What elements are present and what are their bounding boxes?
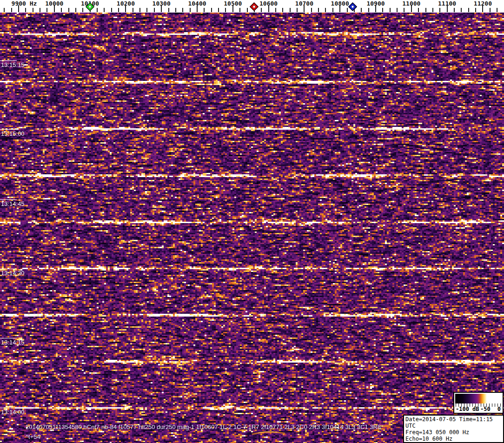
freq-minor-tick [68,8,69,12]
time-axis-label: 13:15:15 [1,61,25,68]
freq-axis-label: 10200 [117,0,135,7]
colorbar-label-max: 0 [497,406,501,412]
frequency-ruler: 9900 Hz100001010010200103001040010500106… [0,0,504,13]
info-echo-line: Echo=10 600 Hz [405,436,502,442]
time-tick [0,60,17,61]
freq-minor-tick [139,8,140,12]
freq-minor-tick [261,8,262,12]
freq-minor-tick [118,8,119,12]
freq-axis-label: 11100 [438,0,456,7]
time-axis-label: 13:14:30 [1,270,25,277]
freq-minor-tick [347,8,348,12]
freq-minor-tick [468,8,469,12]
freq-minor-tick [290,8,291,12]
freq-minor-tick [46,8,47,12]
freq-minor-tick [40,8,40,12]
info-date-line: Date=2014-07-05 Time=11:15 UTC [405,416,502,429]
freq-minor-tick [190,8,191,12]
freq-minor-tick [97,8,98,12]
freq-minor-tick [497,8,497,12]
info-freq-line: Freq=143 050 000 Hz [405,429,502,436]
freq-minor-tick [104,8,105,12]
freq-minor-tick [325,8,326,12]
colorbar-gradient [455,394,502,403]
freq-minor-tick [332,8,333,12]
colorbar-label-mid: -50 [480,406,491,412]
time-axis-label: 13:14:45 [1,200,25,207]
freq-minor-tick [239,8,240,12]
freq-minor-tick [425,8,426,12]
freq-axis-label: 10600 [259,0,278,7]
freq-axis-label: 10700 [295,0,313,7]
time-tick [0,199,17,200]
freq-minor-tick [25,8,26,12]
freq-minor-tick [475,8,476,12]
time-tick [0,129,17,130]
freq-minor-tick [154,8,155,12]
freq-minor-tick [175,8,176,12]
freq-axis-label: 11000 [402,0,420,7]
cursor-readout-text: ^t+54 [26,433,40,440]
freq-minor-tick [390,8,391,12]
freq-minor-tick [168,8,169,12]
freq-axis-label: 10400 [188,0,206,7]
freq-minor-tick [490,8,491,12]
time-axis-label: 13:14:15 [1,339,25,346]
freq-minor-tick [247,8,248,12]
colorbar-legend: -100 dB -50 0 [453,392,504,414]
freq-axis-label: 10800 [331,0,349,7]
freq-axis-label: 10000 [45,0,63,7]
freq-minor-tick [275,8,276,12]
colorbar-label-min: -100 dB [456,406,479,412]
freq-minor-tick [311,8,312,12]
meteor-waterfall-window: 9900 Hz100001010010200103001040010500106… [0,0,504,443]
freq-minor-tick [225,8,226,12]
blue-marker-diamond-icon [348,2,357,11]
time-tick [0,408,17,408]
green-marker-diamond-icon [86,2,94,11]
freq-axis-label: 9900 Hz [12,0,37,7]
observation-info-box: Date=2014-07-05 Time=11:15 UTC Freq=143 … [403,415,504,443]
freq-minor-tick [461,8,462,12]
freq-minor-tick [404,8,405,12]
freq-minor-tick [318,8,319,12]
freq-minor-tick [111,8,112,12]
freq-minor-tick [204,8,205,12]
time-axis-label: 13:14:00 [1,409,25,416]
freq-minor-tick [82,8,83,12]
freq-minor-tick [211,8,212,12]
freq-minor-tick [61,8,62,12]
time-axis-label: 13:15:00 [1,130,25,137]
spectrogram-canvas [0,13,504,443]
freq-minor-tick [382,8,383,12]
freq-minor-tick [432,8,433,12]
freq-minor-tick [439,8,440,12]
red-marker-diamond-icon [250,2,259,11]
freq-minor-tick [146,8,147,12]
freq-axis-label: 11200 [474,0,492,7]
freq-axis-label: 10500 [224,0,242,7]
freq-minor-tick [418,8,419,12]
freq-axis-label: 10300 [153,0,171,7]
freq-minor-tick [397,8,398,12]
freq-minor-tick [133,8,133,12]
freq-minor-tick [297,8,298,12]
freq-minor-tick [368,8,369,12]
freq-minor-tick [282,8,283,12]
freq-minor-tick [182,8,183,12]
freq-minor-tick [4,8,5,12]
detection-meta-text: 20140705111354580 hCnt7 nb-84 f10577 hit… [26,423,381,430]
freq-axis-label: 10900 [366,0,385,7]
time-tick [0,269,17,269]
freq-minor-tick [361,8,362,12]
freq-minor-tick [11,8,12,12]
time-tick [0,338,17,338]
freq-minor-tick [75,8,76,12]
freq-minor-tick [33,8,33,12]
freq-minor-tick [454,8,455,12]
freq-minor-tick [218,8,219,12]
